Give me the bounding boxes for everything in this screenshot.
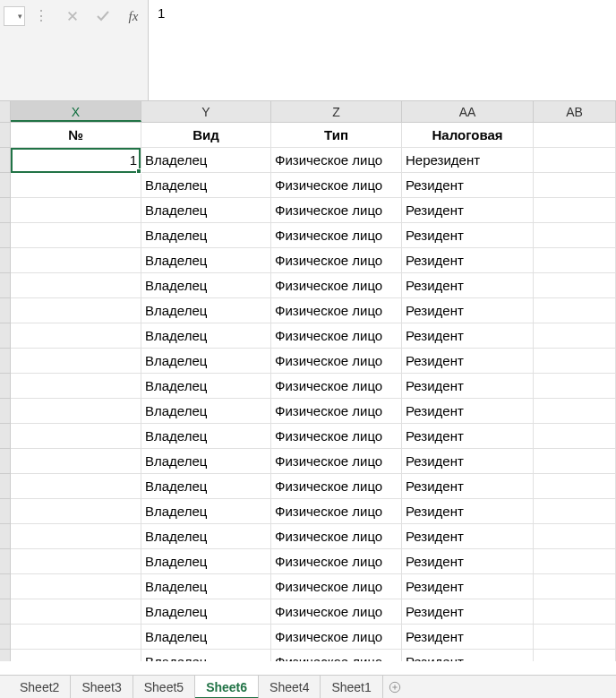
data-cell[interactable] [534, 399, 616, 424]
data-cell[interactable] [11, 374, 141, 399]
data-cell[interactable] [534, 273, 616, 298]
data-cell[interactable]: Резидент [402, 574, 534, 599]
data-cell[interactable]: Резидент [402, 399, 534, 424]
row-header[interactable] [0, 399, 11, 424]
data-cell[interactable]: Владелец [141, 298, 271, 323]
header-cell[interactable]: Вид [141, 123, 271, 148]
data-cell[interactable]: Резидент [402, 549, 534, 574]
data-cell[interactable] [534, 298, 616, 323]
row-header[interactable] [0, 148, 11, 173]
data-cell[interactable] [534, 574, 616, 599]
sheet-tab[interactable]: Sheet5 [133, 676, 195, 699]
data-cell[interactable] [11, 449, 141, 474]
data-cell[interactable] [11, 173, 141, 198]
data-cell[interactable] [11, 499, 141, 524]
data-cell[interactable]: Физическое лицо [271, 399, 402, 424]
data-cell[interactable]: Физическое лицо [271, 349, 402, 374]
data-cell[interactable]: Резидент [402, 650, 534, 661]
select-all-corner[interactable] [0, 101, 11, 122]
formula-input[interactable]: 1 [149, 0, 174, 26]
data-cell[interactable] [534, 650, 616, 661]
data-cell[interactable]: Физическое лицо [271, 173, 402, 198]
row-header[interactable] [0, 273, 11, 298]
data-cell[interactable]: Резидент [402, 298, 534, 323]
row-header[interactable] [0, 349, 11, 374]
row-header[interactable] [0, 424, 11, 449]
row-header[interactable] [0, 549, 11, 574]
sheet-tab[interactable]: Sheet2 [9, 676, 71, 699]
insert-function-icon[interactable]: fx [124, 7, 142, 25]
data-cell[interactable]: Владелец [141, 574, 271, 599]
data-cell[interactable] [11, 273, 141, 298]
row-header[interactable] [0, 223, 11, 248]
data-cell[interactable] [534, 449, 616, 474]
row-header[interactable] [0, 499, 11, 524]
data-cell[interactable]: Физическое лицо [271, 198, 402, 223]
data-cell[interactable] [534, 549, 616, 574]
data-cell[interactable]: Резидент [402, 198, 534, 223]
data-cell[interactable] [534, 349, 616, 374]
data-cell[interactable]: Резидент [402, 474, 534, 499]
data-cell[interactable]: Владелец [141, 549, 271, 574]
data-cell[interactable] [11, 349, 141, 374]
data-cell[interactable]: Физическое лицо [271, 549, 402, 574]
cancel-formula-icon[interactable] [64, 7, 81, 25]
data-cell[interactable] [11, 323, 141, 349]
data-cell[interactable]: Нерезидент [402, 148, 534, 173]
row-header[interactable] [0, 474, 11, 499]
column-header-y[interactable]: Y [141, 101, 271, 122]
data-cell[interactable] [11, 298, 141, 323]
data-cell[interactable]: Владелец [141, 148, 271, 173]
row-header[interactable] [0, 123, 11, 148]
data-cell[interactable]: Владелец [141, 424, 271, 449]
data-cell[interactable]: Владелец [141, 449, 271, 474]
column-header-ab[interactable]: AB [534, 101, 616, 122]
data-cell[interactable] [11, 424, 141, 449]
data-cell[interactable] [534, 148, 616, 173]
row-header[interactable] [0, 524, 11, 549]
data-cell[interactable]: Владелец [141, 625, 271, 650]
row-header[interactable] [0, 599, 11, 625]
data-cell[interactable]: Резидент [402, 248, 534, 273]
data-cell[interactable]: Резидент [402, 599, 534, 625]
data-cell[interactable]: Физическое лицо [271, 499, 402, 524]
data-cell[interactable] [534, 499, 616, 524]
data-cell[interactable]: Физическое лицо [271, 524, 402, 549]
sheet-tab[interactable]: Sheet1 [321, 676, 382, 699]
data-cell[interactable] [534, 173, 616, 198]
data-cell[interactable]: Физическое лицо [271, 223, 402, 248]
data-cell[interactable]: Владелец [141, 374, 271, 399]
data-cell[interactable] [11, 549, 141, 574]
add-sheet-button[interactable] [383, 676, 406, 699]
data-cell[interactable]: Физическое лицо [271, 148, 402, 173]
data-cell[interactable]: Физическое лицо [271, 449, 402, 474]
column-header-z[interactable]: Z [271, 101, 402, 122]
column-header-aa[interactable]: AA [402, 101, 534, 122]
row-header[interactable] [0, 449, 11, 474]
data-cell[interactable]: Владелец [141, 273, 271, 298]
data-cell[interactable]: Резидент [402, 173, 534, 198]
data-cell[interactable]: Владелец [141, 399, 271, 424]
data-cell[interactable] [11, 524, 141, 549]
data-cell[interactable] [11, 198, 141, 223]
header-cell[interactable] [534, 123, 616, 148]
data-cell[interactable]: Владелец [141, 650, 271, 661]
spreadsheet-grid[interactable]: №ВидТипНалоговая1ВладелецФизическое лицо… [0, 123, 616, 661]
data-cell[interactable] [534, 474, 616, 499]
data-cell[interactable]: Физическое лицо [271, 273, 402, 298]
row-header[interactable] [0, 298, 11, 323]
data-cell[interactable] [534, 198, 616, 223]
data-cell[interactable]: Владелец [141, 248, 271, 273]
data-cell[interactable]: Владелец [141, 524, 271, 549]
data-cell[interactable] [534, 524, 616, 549]
data-cell[interactable]: Физическое лицо [271, 625, 402, 650]
data-cell[interactable]: Владелец [141, 474, 271, 499]
data-cell[interactable]: Резидент [402, 424, 534, 449]
data-cell[interactable]: Резидент [402, 625, 534, 650]
row-header[interactable] [0, 650, 11, 661]
data-cell[interactable] [11, 223, 141, 248]
row-header[interactable] [0, 625, 11, 650]
data-cell[interactable] [11, 474, 141, 499]
data-cell[interactable] [11, 574, 141, 599]
row-header[interactable] [0, 323, 11, 349]
